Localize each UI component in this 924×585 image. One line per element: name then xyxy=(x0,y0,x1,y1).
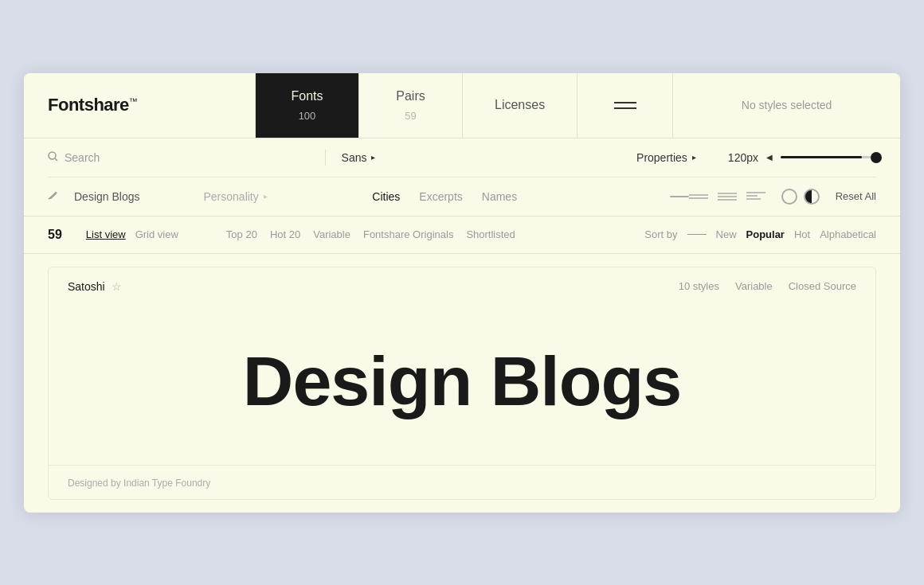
nav-fonts-label: Fonts xyxy=(291,89,323,103)
nav-fonts[interactable]: Fonts 100 xyxy=(255,73,358,138)
search-icon xyxy=(48,151,58,164)
font-meta: 10 styles Variable Closed Source xyxy=(679,280,856,292)
app-container: Fontshare™ Fonts 100 Pairs 59 Licenses N… xyxy=(24,73,900,513)
nav-pairs-count: 59 xyxy=(405,110,416,122)
filters-row1: Search Sans ▸ Properties ▸ 120px ◀ xyxy=(48,138,876,177)
size-slider[interactable] xyxy=(781,156,876,158)
properties-chevron-icon: ▸ xyxy=(692,153,696,162)
text-cat-names[interactable]: Names xyxy=(482,190,517,203)
filter-top20[interactable]: Top 20 xyxy=(226,228,257,240)
sort-alphabetical[interactable]: Alphabetical xyxy=(820,228,876,240)
text-categories: Cities Excerpts Names xyxy=(372,190,517,203)
size-chevron-icon: ◀ xyxy=(766,153,773,162)
search-input[interactable]: Search xyxy=(65,151,100,164)
logo-area: Fontshare™ xyxy=(24,73,255,138)
double-line-view-btn[interactable] xyxy=(718,192,737,201)
size-value: 120px xyxy=(728,151,758,164)
text-cat-cities[interactable]: Cities xyxy=(372,190,400,203)
designed-by-text: Designed by Indian Type Foundry xyxy=(68,478,210,489)
sort-section: Sort by New Popular Hot Alphabetical xyxy=(644,228,876,240)
hamburger-line-2 xyxy=(614,107,636,109)
single-line-icon xyxy=(670,196,689,197)
filter-divider-1 xyxy=(325,150,326,166)
font-preview-text: Design Blogs xyxy=(243,346,681,416)
logo-trademark: ™ xyxy=(129,96,138,106)
sort-popular[interactable]: Popular xyxy=(746,228,785,240)
grid-view-btn[interactable]: Grid view xyxy=(135,228,178,240)
filters-row2: Design Blogs Personality ▸ Cities Excerp… xyxy=(48,177,876,216)
view-icons: Reset All xyxy=(670,189,876,205)
svg-point-0 xyxy=(49,152,56,159)
theme-circles xyxy=(781,189,820,205)
filter-hot20[interactable]: Hot 20 xyxy=(270,228,300,240)
sort-new[interactable]: New xyxy=(716,228,737,240)
text-sample-input[interactable]: Design Blogs xyxy=(74,190,140,203)
reset-all-button[interactable]: Reset All xyxy=(836,190,876,202)
personality-chevron-icon: ▸ xyxy=(264,192,268,201)
single-line-view-btn[interactable] xyxy=(670,193,708,200)
font-name: Satoshi xyxy=(68,280,105,293)
sort-hot[interactable]: Hot xyxy=(794,228,810,240)
sort-label: Sort by xyxy=(644,228,677,240)
light-theme-btn[interactable] xyxy=(781,189,797,205)
sans-label: Sans xyxy=(342,151,367,164)
font-card-footer: Designed by Indian Type Foundry xyxy=(49,465,875,499)
filter-shortlisted[interactable]: Shortlisted xyxy=(466,228,515,240)
nav-fonts-count: 100 xyxy=(299,110,316,122)
filter-tags: Top 20 Hot 20 Variable Fontshare Origina… xyxy=(226,228,515,240)
hamburger-menu[interactable] xyxy=(577,73,672,138)
nav-pairs-label: Pairs xyxy=(396,89,425,103)
slider-fill xyxy=(781,156,862,158)
filters-section: Search Sans ▸ Properties ▸ 120px ◀ xyxy=(24,138,900,216)
font-name-area: Satoshi ☆ xyxy=(68,280,122,293)
properties-label: Properties xyxy=(636,151,687,164)
font-card: Satoshi ☆ 10 styles Variable Closed Sour… xyxy=(48,267,876,500)
font-card-header: Satoshi ☆ 10 styles Variable Closed Sour… xyxy=(49,267,875,306)
personality-label: Personality xyxy=(204,190,259,203)
dark-theme-btn[interactable] xyxy=(804,189,820,205)
nav-licenses[interactable]: Licenses xyxy=(462,73,577,138)
slider-thumb[interactable] xyxy=(871,152,882,163)
font-source: Closed Source xyxy=(789,280,856,292)
sort-options: New Popular Hot Alphabetical xyxy=(716,228,876,240)
nav-licenses-label: Licenses xyxy=(495,98,545,112)
properties-filter[interactable]: Properties ▸ xyxy=(636,151,696,164)
filter-variable[interactable]: Variable xyxy=(313,228,350,240)
favorite-icon[interactable]: ☆ xyxy=(112,280,122,293)
size-control: 120px ◀ xyxy=(728,151,876,164)
personality-filter[interactable]: Personality ▸ xyxy=(204,190,268,203)
text-cat-excerpts[interactable]: Excerpts xyxy=(419,190,462,203)
svg-line-1 xyxy=(55,158,57,161)
no-styles-area: No styles selected xyxy=(672,73,900,138)
header: Fontshare™ Fonts 100 Pairs 59 Licenses N… xyxy=(24,73,900,138)
sans-chevron-icon: ▸ xyxy=(371,153,375,162)
logo: Fontshare™ xyxy=(48,95,137,115)
font-variable-badge: Variable xyxy=(735,280,773,292)
filter-originals[interactable]: Fontshare Originals xyxy=(363,228,453,240)
view-toggle: List view Grid view xyxy=(86,228,178,240)
sans-filter[interactable]: Sans ▸ xyxy=(342,151,376,164)
font-styles-count: 10 styles xyxy=(679,280,719,292)
results-bar: 59 List view Grid view Top 20 Hot 20 Var… xyxy=(24,216,900,254)
search-area: Search xyxy=(48,151,309,164)
sort-divider xyxy=(687,234,707,235)
no-styles-text: No styles selected xyxy=(742,99,832,111)
nav-pairs[interactable]: Pairs 59 xyxy=(358,73,462,138)
triple-line-view-btn[interactable] xyxy=(746,191,765,202)
list-view-btn[interactable]: List view xyxy=(86,228,126,240)
font-preview-area: Design Blogs xyxy=(49,306,875,465)
results-count: 59 xyxy=(48,228,62,242)
pencil-icon xyxy=(48,190,58,203)
hamburger-line-1 xyxy=(614,102,636,103)
logo-name: Fontshare xyxy=(48,95,129,115)
